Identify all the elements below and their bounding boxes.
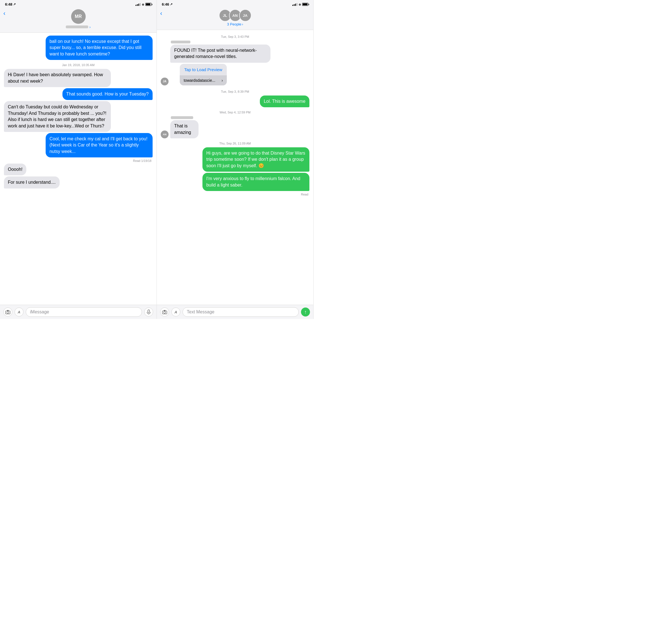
msg-row: ball on our lunch! No excuse except that… (4, 36, 153, 60)
timestamp: Jan 19, 2018, 10:35 AM (4, 63, 153, 67)
bubble: That sounds good. How is your Tuesday? (63, 88, 153, 100)
status-time-right: 6:46 ↗ (162, 2, 172, 6)
text-message-input-right[interactable]: Text Message (183, 307, 299, 317)
group-avatars: JL AN JA (219, 9, 251, 21)
chevron-left: › (89, 25, 90, 29)
bar4 (140, 3, 140, 6)
svg-point-6 (164, 312, 166, 314)
timestamp: Tue, Sep 3, 8:39 PM (161, 90, 309, 93)
msg-row: Can't do Tuesday but could do Wednesday … (4, 101, 153, 132)
status-icons-right: ⌾ (292, 2, 308, 6)
status-bar-right: 6:46 ↗ ⌾ (157, 0, 313, 7)
bubble: That is amazing (170, 120, 199, 138)
location-icon-left: ↗ (13, 2, 16, 6)
bubble: Cool, let me check my cal and I'll get b… (46, 133, 153, 157)
avatar-left[interactable]: MR (71, 9, 86, 24)
time-right: 6:46 (162, 2, 169, 6)
timestamp: Thu, Sep 26, 11:09 AM (161, 142, 309, 145)
msg-row: I'm very anxious to fly to millennium fa… (161, 173, 309, 191)
link-preview-row: JA Tap to Load Preview towardsdatascie..… (161, 64, 309, 85)
battery-right (302, 3, 308, 6)
link-chevron-icon: › (221, 78, 223, 83)
link-url-text: towardsdatascie... (184, 78, 215, 83)
chat-header-left: ‹ MR › (0, 7, 156, 33)
svg-rect-7 (164, 310, 166, 311)
tap-to-load[interactable]: Tap to Load Preview (180, 64, 227, 75)
bar3 (138, 4, 139, 6)
svg-point-1 (7, 312, 9, 314)
msg-row: Lol. This is awesome (161, 96, 309, 107)
chevron-right-header: › (242, 22, 243, 26)
chat-header-right: ‹ JL AN JA 3 People › (157, 7, 313, 30)
messages-area-left: ball on our lunch! No excuse except that… (0, 33, 156, 305)
sender-avatar-an: AN (161, 131, 169, 138)
imessage-input-left[interactable]: iMessage (26, 307, 142, 317)
wifi-icon-left: ⌾ (142, 2, 144, 6)
bar1 (292, 5, 293, 6)
back-button-right[interactable]: ‹ (160, 10, 162, 17)
bubble: I'm very anxious to fly to millennium fa… (202, 173, 309, 191)
msg-row: Hi Dave! I have been absolutely swamped.… (4, 69, 153, 87)
input-bar-left: A iMessage (0, 305, 156, 319)
msg-row: Hi guys, are we going to do that Disney … (161, 147, 309, 172)
battery-fill-left (146, 3, 150, 5)
svg-rect-2 (7, 310, 9, 311)
send-icon: ↑ (304, 309, 307, 315)
contact-name-blurred-left (66, 26, 88, 28)
messages-area-right: Tue, Sep 3, 3:43 PM FOUND IT! The post w… (157, 30, 313, 305)
mic-button-left[interactable] (144, 307, 153, 317)
bar4 (297, 3, 297, 6)
bar3 (295, 4, 296, 6)
msg-row: That sounds good. How is your Tuesday? (4, 88, 153, 100)
status-icons-left: ⌾ (135, 2, 151, 6)
svg-rect-3 (148, 310, 150, 313)
timestamp: Tue, Sep 3, 3:43 PM (161, 35, 309, 38)
link-preview[interactable]: Tap to Load Preview towardsdatascie... › (180, 64, 227, 85)
msg-row: FOUND IT! The post with neural-network-g… (161, 40, 309, 63)
input-bar-right: A Text Message ↑ (157, 305, 313, 319)
time-left: 6:48 (5, 2, 12, 6)
bar1 (135, 5, 136, 6)
bubble: Ooooh! (4, 164, 26, 175)
input-placeholder-right: Text Message (187, 309, 215, 315)
msg-row: Ooooh! (4, 164, 153, 175)
bubble: ball on our lunch! No excuse except that… (46, 36, 153, 60)
status-time-left: 6:48 ↗ (5, 2, 16, 6)
location-icon-right: ↗ (170, 2, 172, 6)
apps-button-left[interactable]: A (15, 307, 23, 317)
read-label-left: Read 1/19/18 (4, 159, 151, 163)
sender-avatar-ja: JA (161, 78, 169, 85)
msg-row: Cool, let me check my cal and I'll get b… (4, 133, 153, 157)
wifi-icon-right: ⌾ (299, 2, 301, 6)
timestamp: Wed, Sep 4, 12:59 PM (161, 111, 309, 114)
signal-right (292, 3, 297, 6)
right-panel: 6:46 ↗ ⌾ ‹ JL AN JA 3 People › (157, 0, 314, 319)
signal-left (135, 3, 140, 6)
link-url-row[interactable]: towardsdatascie... › (180, 75, 227, 85)
bar2 (137, 4, 138, 6)
left-panel: 6:48 ↗ ⌾ ‹ MR › ball on our lunch (0, 0, 157, 319)
battery-left (145, 3, 151, 6)
bubble: Hi guys, are we going to do that Disney … (202, 147, 309, 172)
bubble: For sure I understand.... (4, 177, 60, 188)
battery-fill-right (303, 3, 307, 5)
bubble: Can't do Tuesday but could do Wednesday … (4, 101, 111, 132)
group-name[interactable]: 3 People › (227, 22, 243, 26)
msg-row: AN That is amazing (161, 116, 309, 138)
input-placeholder-left: iMessage (30, 309, 49, 315)
bubble: Lol. This is awesome (260, 96, 309, 107)
camera-button-right[interactable] (160, 307, 169, 317)
msg-row: For sure I understand.... (4, 177, 153, 188)
back-button-left[interactable]: ‹ (3, 10, 5, 17)
camera-button-left[interactable] (3, 307, 12, 317)
status-bar-left: 6:48 ↗ ⌾ (0, 0, 156, 7)
bubble: FOUND IT! The post with neural-network-g… (170, 45, 270, 63)
apps-button-right[interactable]: A (171, 307, 180, 317)
bar2 (294, 4, 295, 6)
group-avatar-ja: JA (239, 9, 251, 21)
send-button-right[interactable]: ↑ (301, 307, 310, 317)
read-label-right: Read (161, 193, 308, 196)
bubble: Hi Dave! I have been absolutely swamped.… (4, 69, 111, 87)
